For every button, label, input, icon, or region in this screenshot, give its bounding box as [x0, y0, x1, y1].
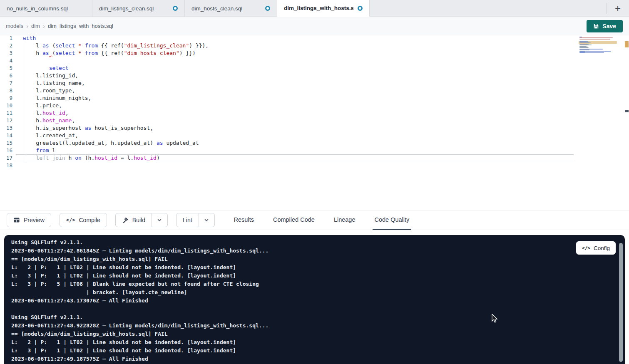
code-line: 1with	[0, 35, 629, 42]
panel-tab-compiled-code[interactable]: Compiled Code	[271, 210, 316, 230]
file-tab-label: dim_listings_with_hosts.sql	[284, 5, 353, 11]
minimap-line	[579, 39, 610, 40]
panel-tab-code-quality[interactable]: Code Quality	[373, 210, 411, 230]
code-text: left join h on (h.host_id = l.host_id)	[23, 154, 160, 162]
code-text: l.minimum_nights,	[23, 94, 91, 102]
code-text: l.listing_id,	[23, 72, 78, 79]
code-line: 17 left join h on (h.host_id = l.host_id…	[0, 154, 629, 162]
breadcrumb-segment[interactable]: dim	[31, 23, 40, 29]
lint-dropdown-chevron[interactable]	[199, 213, 214, 227]
minimap[interactable]	[579, 35, 617, 89]
line-number: 16	[0, 147, 12, 154]
terminal-line: == [models/dim/dim_listings_with_hosts.s…	[11, 255, 269, 263]
terminal-line: == [models/dim/dim_listings_with_hosts.s…	[11, 330, 269, 338]
file-tab[interactable]: dim_listings_with_hosts.sql	[277, 0, 370, 17]
breadcrumb-bar: models›dim›dim_listings_with_hosts.sql S…	[0, 17, 629, 35]
code-line: 2 l as (select * from {{ ref("dim_listin…	[0, 42, 629, 50]
file-tab[interactable]: no_nulls_in_columns.sql	[0, 0, 92, 17]
line-number: 12	[0, 117, 12, 124]
breadcrumb-separator-icon: ›	[26, 23, 28, 29]
terminal-line: L: 3 | P: 1 | LT02 | Line should not be …	[11, 347, 269, 355]
result-panel-tabs: ResultsCompiled CodeLineageCode Quality	[232, 210, 411, 230]
save-button[interactable]: Save	[587, 20, 623, 32]
code-line: 16 from l	[0, 147, 629, 154]
hammer-icon	[122, 217, 129, 223]
panel-tab-lineage[interactable]: Lineage	[332, 210, 357, 230]
code-text: l.listing_name,	[23, 79, 85, 87]
build-split-button: Build	[115, 213, 168, 227]
terminal-line: 2023-06-06T11:27:48.922828Z — Linting mo…	[11, 322, 269, 330]
code-line: 5 select	[0, 64, 629, 72]
line-number: 1	[0, 35, 12, 42]
build-dropdown-chevron[interactable]	[152, 213, 167, 227]
preview-button[interactable]: Preview	[7, 213, 51, 227]
line-number: 3	[0, 50, 12, 57]
line-number: 4	[0, 57, 12, 64]
code-line: 8 l.room_type,	[0, 87, 629, 94]
code-text: greatest(l.updated_at, h.updated_at) as …	[23, 139, 199, 147]
compile-label: Compile	[79, 217, 100, 223]
overview-ruler-warning-marker	[625, 41, 629, 47]
file-tab[interactable]: dim_hosts_clean.sql	[185, 0, 277, 17]
breadcrumb-segment[interactable]: models	[6, 23, 23, 29]
breadcrumb-separator-icon: ›	[43, 23, 45, 29]
terminal-scrollbar[interactable]	[619, 243, 623, 362]
breadcrumb-segment[interactable]: dim_listings_with_hosts.sql	[48, 23, 113, 29]
code-text: l.room_type,	[23, 87, 75, 94]
build-button[interactable]: Build	[116, 213, 152, 227]
code-line: 3 h as (select * from {{ ref("dim_hosts_…	[0, 50, 629, 57]
config-button[interactable]: </> Config	[576, 241, 616, 255]
code-line: 12 h.host_name,	[0, 117, 629, 124]
code-text: l.host_id,	[23, 109, 69, 117]
code-icon: </>	[66, 217, 75, 223]
lint-output-terminal: Using SQLFluff v2.1.1.2023-06-06T11:27:4…	[4, 235, 625, 364]
code-line: 7 l.listing_name,	[0, 79, 629, 87]
file-tab-label: dim_listings_clean.sql	[99, 5, 154, 12]
overview-ruler-position-marker	[625, 110, 629, 112]
line-number: 13	[0, 124, 12, 132]
file-tab-label: no_nulls_in_columns.sql	[7, 5, 68, 12]
compile-button[interactable]: </> Compile	[60, 213, 107, 227]
line-number: 2	[0, 42, 12, 50]
code-line: 9 l.minimum_nights,	[0, 94, 629, 102]
line-number: 6	[0, 72, 12, 79]
terminal-line: | bracket. [layout.cte_newline]	[11, 288, 269, 297]
config-label: Config	[594, 245, 610, 251]
code-text: select	[23, 64, 69, 72]
build-label: Build	[132, 217, 145, 223]
line-number: 10	[0, 102, 12, 109]
code-text: with	[23, 35, 36, 42]
file-tab[interactable]: dim_listings_clean.sql	[92, 0, 185, 17]
line-number: 14	[0, 132, 12, 139]
code-line: 11 l.host_id,	[0, 109, 629, 117]
file-tab-bar: no_nulls_in_columns.sqldim_listings_clea…	[0, 0, 629, 17]
unsaved-changes-dot-icon	[173, 6, 178, 11]
code-text: h.host_name,	[23, 117, 75, 124]
file-tab-label: dim_hosts_clean.sql	[191, 5, 242, 12]
panel-tab-results[interactable]: Results	[232, 210, 256, 230]
code-text: h.is_superhost as host_is_superhost,	[23, 124, 153, 132]
terminal-line: 2023-06-06T11:27:49.187575Z — All Finish…	[11, 355, 269, 363]
terminal-log: Using SQLFluff v2.1.1.2023-06-06T11:27:4…	[11, 238, 269, 363]
breadcrumb: models›dim›dim_listings_with_hosts.sql	[6, 23, 113, 29]
terminal-line: 2023-06-06T11:27:42.861845Z — Linting mo…	[11, 247, 269, 255]
line-number: 8	[0, 87, 12, 94]
lint-label: Lint	[183, 217, 192, 223]
terminal-line: Using SQLFluff v2.1.1.	[11, 238, 269, 247]
code-text: l.created_at,	[23, 132, 78, 139]
code-editor[interactable]: 1with2 l as (select * from {{ ref("dim_l…	[0, 35, 629, 210]
unsaved-changes-dot-icon	[265, 6, 270, 11]
tabbar-spacer	[370, 0, 606, 16]
bottom-toolbar: Preview </> Compile Build	[0, 210, 629, 230]
minimap-line	[579, 50, 589, 50]
line-number: 11	[0, 109, 12, 117]
code-line: 15 greatest(l.updated_at, h.updated_at) …	[0, 139, 629, 147]
save-label: Save	[602, 23, 616, 30]
code-text: l.price,	[23, 102, 62, 109]
terminal-line: L: 3 | P: 5 | LT08 | Blank line expected…	[11, 280, 269, 288]
lint-button[interactable]: Lint	[177, 213, 199, 227]
terminal-line: Using SQLFluff v2.1.1.	[11, 313, 269, 322]
preview-label: Preview	[24, 217, 45, 223]
code-line: 4	[0, 57, 629, 64]
new-tab-button[interactable]: +	[607, 0, 629, 17]
